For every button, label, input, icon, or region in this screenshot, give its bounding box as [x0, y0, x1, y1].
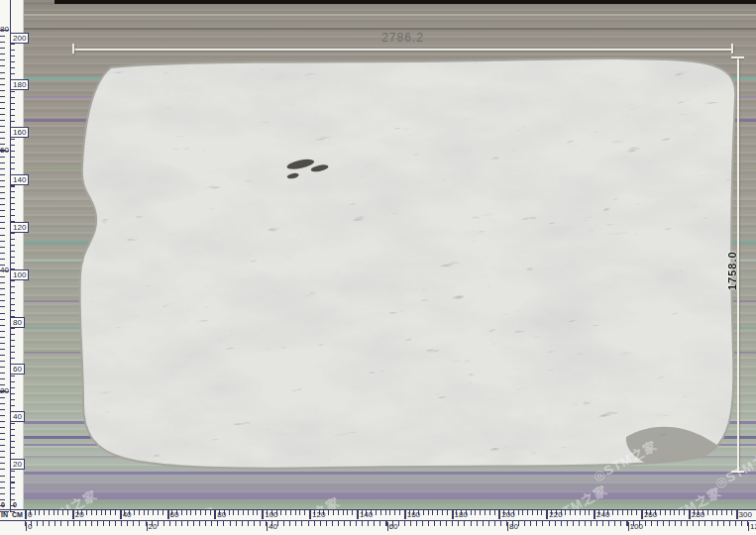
ruler-label-bottom-cm: 260 [642, 510, 657, 519]
width-dimension-label: 2786.2 [72, 31, 733, 45]
width-dimension-tick-right [731, 44, 733, 54]
ruler-label-bottom-cm: 40 [121, 510, 132, 519]
width-dimension-line [72, 49, 733, 51]
ruler-label-bottom-inch: 0 [26, 522, 32, 531]
slab-image [71, 55, 741, 473]
ruler-label-bottom-cm: 140 [358, 510, 373, 519]
ruler-label-bottom-inch: 120 [748, 522, 756, 531]
ruler-label-bottom-inch: 80 [507, 522, 518, 531]
ruler-label-left-inch: 40 [0, 267, 10, 274]
ruler-label-left-cm: 200 [10, 33, 29, 44]
ruler-label-bottom-inch: 60 [387, 522, 398, 531]
ruler-label-left-cm: 160 [10, 127, 29, 138]
ruler-label-left-inch: 20 [0, 387, 10, 395]
height-dimension-label: 1758.0 [726, 226, 750, 315]
height-dimension-tick-top [731, 56, 744, 58]
ruler-label-bottom-cm: 240 [594, 510, 609, 519]
ruler-label-bottom-inch: 40 [267, 522, 277, 531]
ruler-label-bottom-cm: 20 [73, 510, 84, 519]
slab-scan-viewer: 2786.2 1758.0 ◎STM之家◎STM之家◎STM之家◎STM之家◎S… [0, 0, 756, 535]
ruler-label-bottom-cm: 80 [215, 510, 226, 519]
ruler-label-bottom-cm: 280 [690, 510, 704, 519]
ruler-corner-cm-zero: 0 [13, 501, 17, 509]
ruler-label-bottom-cm: 60 [168, 510, 179, 519]
ruler-label-left-inch: 80 [0, 26, 10, 34]
ruler-label-bottom-cm: 160 [405, 510, 420, 519]
ruler-label-left-cm: 80 [10, 317, 25, 328]
ruler-label-left-cm: 180 [10, 79, 29, 90]
ruler-label-bottom-cm: 120 [310, 510, 325, 519]
ruler-label-bottom-cm: 0 [26, 510, 32, 519]
ruler-unit-inch-label: IN [1, 511, 8, 519]
ruler-label-left-cm: 140 [10, 174, 29, 185]
ruler-unit-cm-label: CM [12, 511, 23, 519]
top-dark-band [54, 0, 756, 4]
ruler-label-left-inch: 60 [0, 147, 10, 155]
streak-line [24, 28, 756, 30]
ruler-label-left-cm: 60 [10, 364, 25, 374]
ruler-label-bottom-cm: 180 [453, 510, 468, 519]
streak-line [24, 485, 756, 487]
ruler-label-bottom-inch: 20 [147, 522, 158, 531]
streak-line [24, 14, 756, 16]
ruler-label-left-cm: 100 [10, 269, 29, 280]
ruler-label-bottom-cm: 300 [737, 510, 752, 519]
ruler-label-left-cm: 40 [10, 411, 25, 422]
width-dimension-tick-left [72, 44, 74, 54]
ruler-corner-inch-zero: 0 [1, 501, 5, 509]
ruler-label-bottom-cm: 200 [499, 510, 514, 519]
ruler-label-left-cm: 20 [10, 459, 25, 470]
ruler-label-bottom-inch: 100 [628, 522, 643, 531]
ruler-label-left-cm: 120 [10, 222, 29, 233]
ruler-label-bottom-cm: 100 [263, 510, 277, 519]
ruler-label-bottom-cm: 220 [547, 510, 562, 519]
